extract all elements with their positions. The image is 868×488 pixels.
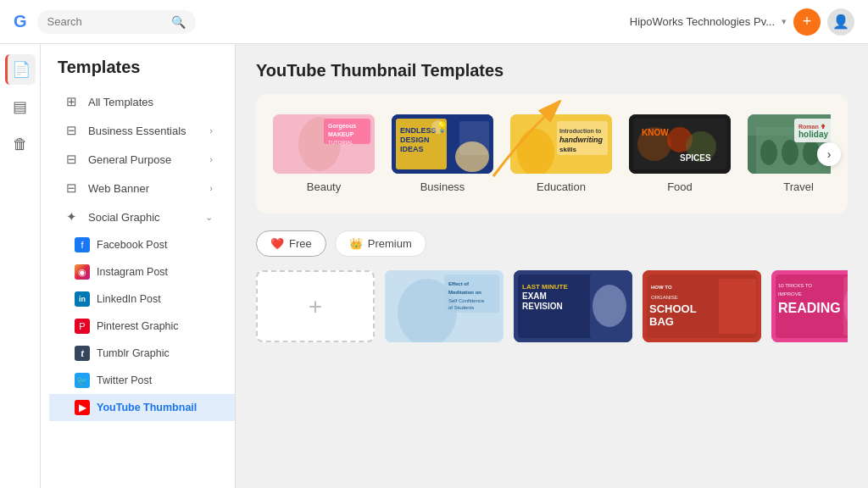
reading-card[interactable]: 10 TRICKS TO IMPROVE READING [771,270,848,342]
sidebar-item-all-templates[interactable]: ⊞ All Templates [46,87,230,116]
business-thumb: ENDLESS DESIGN IDEAS 💡 [392,114,493,174]
filter-row: ❤️ Free 👑 Premium [256,230,848,257]
svg-text:holiday: holiday [798,130,828,139]
general-icon: ⊟ [63,152,80,167]
add-new-card[interactable]: + [256,270,375,342]
page-title: YouTube Thumbnail Templates [256,61,848,80]
user-name: HipoWorks Technologies Pv... [630,15,775,28]
svg-text:HOW TO: HOW TO [651,285,672,290]
chevron-down-icon: ⌄ [205,212,213,223]
sidebar-item-social-graphic[interactable]: ✦ Social Graphic ⌄ [46,202,230,231]
svg-rect-59 [719,279,756,334]
free-filter-button[interactable]: ❤️ Free [256,230,326,257]
svg-point-32 [782,140,798,165]
premium-label: Premium [368,237,412,250]
svg-text:10 TRICKS TO: 10 TRICKS TO [778,283,812,288]
svg-text:Gorgeous: Gorgeous [328,123,356,130]
linkedin-icon: in [75,291,90,307]
svg-text:Meditation on: Meditation on [448,290,481,295]
twitter-label: Twitter Post [97,374,152,386]
svg-text:ORGANISE: ORGANISE [651,295,678,300]
category-item-business[interactable]: ENDLESS DESIGN IDEAS 💡 Business [392,114,493,193]
svg-text:MAKEUP: MAKEUP [328,131,354,137]
sidebar-item-twitter[interactable]: 🐦 Twitter Post [49,367,235,394]
user-area: HipoWorks Technologies Pv... ▾ + 👤 [630,8,854,36]
svg-text:IMPROVE: IMPROVE [778,291,802,297]
category-section: Gorgeous MAKEUP TUTORIAL Beauty [256,94,848,214]
web-icon: ⊟ [63,180,80,196]
sidebar-item-instagram[interactable]: ◉ Instagram Post [49,258,235,286]
svg-text:Introduction to: Introduction to [559,128,601,134]
search-icon: 🔍 [171,15,186,29]
svg-text:IDEAS: IDEAS [400,145,424,153]
heart-icon: ❤️ [270,237,284,250]
facebook-icon: f [75,237,90,252]
svg-text:Roman ✟: Roman ✟ [798,124,826,130]
sidebar-item-general-purpose[interactable]: ⊟ General Purpose › [46,145,230,174]
carousel-next-button[interactable]: › [817,142,841,166]
svg-text:Effect of: Effect of [448,281,470,286]
main-content: YouTube Thumbnail Templates Gorgeous MAK… [236,44,868,488]
sidebar-item-business-essentials[interactable]: ⊟ Business Essentials › [46,116,230,145]
sidebar-item-web-banner[interactable]: ⊟ Web Banner › [46,174,230,202]
app-logo: G [14,12,27,31]
crown-icon: 👑 [349,237,363,250]
chevron-right-icon2: › [209,154,213,164]
meditation-card[interactable]: Effect of Meditation on Self Confidence … [385,270,504,342]
tumblr-label: Tumblr Graphic [97,347,170,359]
business-icon: ⊟ [63,123,80,138]
chevron-right-icon: › [209,125,213,136]
svg-text:REVISION: REVISION [522,302,563,311]
category-item-food[interactable]: KNOW SPICES Food [629,114,731,193]
sidebar-item-tumblr[interactable]: t Tumblr Graphic [49,340,235,367]
social-icon: ✦ [63,209,80,225]
grid-icon: ⊞ [63,94,80,109]
svg-text:LAST MINUTE: LAST MINUTE [522,283,568,291]
template-grid: + Effect of Meditation on Self Confidenc… [256,270,848,342]
nav-social-label: Social Graphic [88,211,197,224]
trash-rail-icon[interactable]: 🗑 [5,129,36,159]
topbar: G 🔍 HipoWorks Technologies Pv... ▾ + 👤 [0,0,868,44]
user-profile-button[interactable]: 👤 [827,8,854,36]
category-item-beauty[interactable]: Gorgeous MAKEUP TUTORIAL Beauty [273,114,375,193]
instagram-label: Instagram Post [97,266,168,278]
premium-filter-button[interactable]: 👑 Premium [335,230,426,257]
nav-web-label: Web Banner [88,182,201,195]
sidebar-item-youtube[interactable]: ▶ YouTube Thumbnail [49,394,235,421]
facebook-label: Facebook Post [97,239,167,251]
svg-text:skills: skills [559,146,577,153]
svg-text:💡: 💡 [436,120,448,133]
svg-text:handwriting: handwriting [559,136,603,144]
svg-text:BAG: BAG [649,315,674,328]
search-input[interactable] [47,15,166,28]
instagram-icon: ◉ [75,264,90,280]
svg-text:TUTORIAL: TUTORIAL [328,140,353,145]
travel-thumb: Roman ✟ holiday [748,114,831,174]
twitter-icon: 🐦 [75,373,90,388]
business-label: Business [420,180,465,193]
pinterest-icon: P [75,319,90,334]
exam-revision-card[interactable]: LAST MINUTE EXAM REVISION [514,270,632,342]
svg-text:Self Confidence: Self Confidence [448,298,485,303]
social-submenu: f Facebook Post ◉ Instagram Post in Link… [41,231,235,421]
plus-icon: + [309,293,322,320]
icon-rail: 📄 ▤ 🗑 [0,44,41,488]
add-button[interactable]: + [793,8,821,36]
food-thumb: KNOW SPICES [629,114,731,174]
template-rail-icon[interactable]: ▤ [5,92,36,122]
svg-text:READING: READING [778,301,841,315]
document-rail-icon[interactable]: 📄 [5,54,36,85]
sidebar-item-facebook[interactable]: f Facebook Post [49,231,235,258]
school-bag-card[interactable]: HOW TO ORGANISE SCHOOL BAG [643,270,761,342]
category-item-education[interactable]: Introduction to handwriting skills Educa… [510,114,612,193]
education-thumb: Introduction to handwriting skills [510,114,612,174]
sidebar-item-linkedin[interactable]: in LinkedIn Post [49,286,235,313]
sidebar-nav: ⊞ All Templates ⊟ Business Essentials › … [41,84,235,424]
sidebar-item-pinterest[interactable]: P Pinterest Graphic [49,313,235,340]
youtube-label: YouTube Thumbnail [97,402,197,413]
svg-text:ENDLESS: ENDLESS [400,126,437,135]
search-bar[interactable]: 🔍 [37,10,196,34]
nav-general-label: General Purpose [88,153,201,166]
tumblr-icon: t [75,346,90,361]
nav-all-templates-label: All Templates [88,96,213,108]
